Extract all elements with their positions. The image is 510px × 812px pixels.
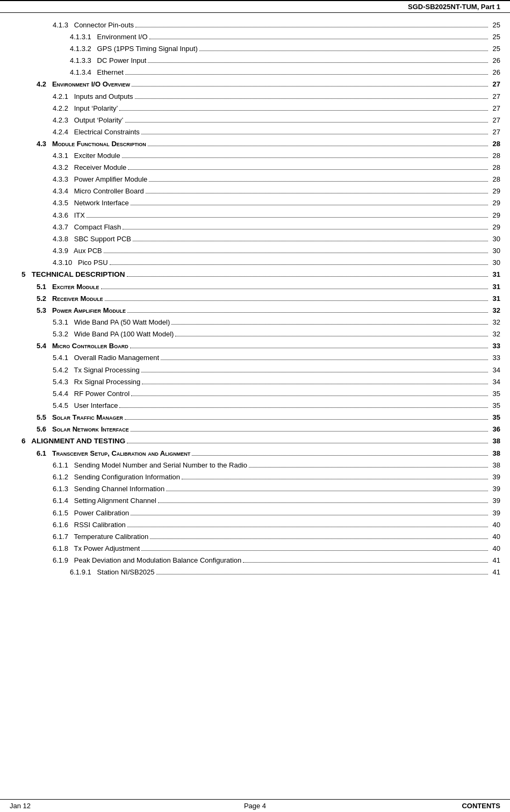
entry-label: 5.3.2 Wide Band PA (100 Watt Model) — [53, 328, 174, 340]
header-title: SGD-SB2025NT-TUM, Part 1 — [408, 3, 500, 11]
entry-label: 6.1 Transceiver Setup, Calibration and A… — [37, 448, 190, 459]
entry-label: 5.2 Receiver Module — [37, 293, 103, 305]
entry-text: Tx Power Adjustment — [74, 544, 140, 552]
entry-num: 6.1 — [37, 449, 52, 457]
toc-entry: 5.4.2 Tx Signal Processing34 — [21, 364, 500, 376]
toc-entry: 4.1.3.4 Ethernet26 — [21, 67, 500, 78]
page-container: SGD-SB2025NT-TUM, Part 1 4.1.3 Connector… — [0, 0, 510, 812]
entry-label: 4.2 Environment I/O Overview — [37, 78, 130, 90]
entry-dots — [135, 98, 488, 99]
entry-text: Wide Band PA (50 Watt Model) — [74, 318, 170, 326]
entry-num: 4.3 — [37, 140, 52, 148]
entry-label: 4.1.3.3 DC Power Input — [70, 55, 146, 67]
entry-num: 5.4 — [37, 342, 52, 350]
entry-label: 5.6 Solar Network Interface — [37, 423, 129, 435]
entry-num: 6.1.3 — [53, 485, 74, 493]
entry-dots — [87, 217, 488, 218]
entry-num: 4.2.1 — [53, 92, 74, 100]
entry-text: Sending Configuration Information — [74, 473, 180, 481]
entry-page: 39 — [490, 471, 500, 483]
entry-page: 38 — [490, 435, 500, 447]
entry-label: 4.3.7 Compact Flash — [53, 221, 121, 233]
toc-entry: 4.3.8 SBC Support PCB30 — [21, 233, 500, 245]
entry-text: Exciter Module — [74, 152, 120, 160]
entry-label: 5.4.2 Tx Signal Processing — [53, 364, 140, 376]
footer-date: Jan 12 — [10, 802, 173, 810]
entry-num: 5.4.3 — [53, 378, 74, 386]
entry-page: 26 — [490, 55, 500, 67]
entry-page: 31 — [490, 293, 500, 305]
entry-label: 4.3.9 Aux PCB — [53, 245, 102, 257]
entry-text: Power Amplifier Module — [52, 306, 126, 314]
entry-num: 4.3.6 — [53, 211, 74, 219]
entry-text: Micro Controller Board — [52, 342, 128, 350]
toc-entry: 6.1.8 Tx Power Adjustment40 — [21, 543, 500, 555]
entry-text: RSSI Calibration — [74, 521, 126, 529]
toc-entry: 6.1.2 Sending Configuration Information3… — [21, 471, 500, 483]
entry-dots — [127, 527, 488, 527]
entry-dots — [125, 74, 488, 75]
entry-num: 5.2 — [37, 294, 52, 303]
entry-num: 4.1.3.4 — [70, 68, 97, 76]
entry-dots — [135, 27, 488, 27]
entry-num: 5 — [21, 270, 32, 278]
entry-num: 4.3.4 — [53, 187, 74, 195]
entry-label: 5.4.5 User Interface — [53, 400, 118, 412]
entry-page: 39 — [490, 483, 500, 495]
toc-entry: 5.4 Micro Controller Board33 — [21, 340, 500, 352]
entry-text: Tx Signal Processing — [74, 366, 140, 374]
entry-dots — [123, 229, 488, 229]
entry-page: 40 — [490, 543, 500, 555]
entry-text: Solar Network Interface — [52, 425, 129, 433]
entry-page: 38 — [490, 448, 500, 459]
toc-entry: 6.1.9.1 Station NI/SB202541 — [21, 566, 500, 578]
entry-page: 29 — [490, 197, 500, 209]
entry-num: 6.1.4 — [53, 497, 74, 505]
entry-page: 27 — [490, 126, 500, 138]
toc-entry: 5.1 Exciter Module31 — [21, 281, 500, 293]
entry-text: Inputs and Outputs — [74, 92, 133, 100]
entry-dots — [141, 550, 488, 551]
entry-text: DC Power Input — [97, 56, 147, 64]
footer-page: Page 4 — [173, 802, 336, 810]
entry-label: 6.1.3 Sending Channel Information — [53, 483, 164, 495]
entry-dots — [175, 336, 488, 336]
entry-page: 40 — [490, 531, 500, 543]
entry-text: Environment I/O — [97, 33, 148, 41]
entry-dots — [149, 181, 488, 182]
entry-label: 6.1.8 Tx Power Adjustment — [53, 543, 140, 555]
entry-text: Aux PCB — [74, 247, 102, 255]
entry-dots — [131, 515, 488, 515]
entry-dots — [101, 289, 488, 289]
entry-text: Electrical Constraints — [74, 128, 140, 136]
entry-text: Power Amplifier Module — [74, 175, 148, 183]
entry-text: Peak Deviation and Modulation Balance Co… — [74, 556, 241, 564]
entry-page: 39 — [490, 495, 500, 507]
entry-text: Micro Controller Board — [74, 187, 144, 195]
toc-entry: 5.4.1 Overall Radio Management33 — [21, 352, 500, 364]
entry-text: Exciter Module — [52, 283, 99, 291]
entry-page: 33 — [490, 352, 500, 364]
entry-text: Compact Flash — [74, 223, 121, 231]
entry-num: 4.1.3.3 — [70, 56, 97, 64]
entry-label: 5.4 Micro Controller Board — [37, 340, 128, 352]
entry-dots — [182, 479, 488, 479]
entry-num: 5.3 — [37, 306, 52, 314]
entry-num: 6.1.6 — [53, 521, 74, 529]
entry-text: Output ‘Polarity’ — [74, 116, 124, 124]
entry-dots — [142, 384, 488, 384]
entry-label: 4.3.5 Network Interface — [53, 197, 129, 209]
entry-page: 28 — [490, 174, 500, 185]
entry-text: Technical Description — [32, 270, 125, 278]
toc-entry: 4.1.3.2 GPS (1PPS Timing Signal Input)25 — [21, 43, 500, 55]
entry-text: Sending Model Number and Serial Number t… — [74, 461, 247, 469]
entry-page: 41 — [490, 555, 500, 566]
entry-text: Alignment and Testing — [31, 437, 125, 445]
entry-dots — [132, 86, 488, 87]
toc-entry: 4.1.3 Connector Pin-outs25 — [21, 19, 500, 31]
toc-entry: 4.2.3 Output ‘Polarity’27 — [21, 114, 500, 126]
toc-entry: 4.2.1 Inputs and Outputs27 — [21, 91, 500, 103]
toc-entry: 4.3.5 Network Interface29 — [21, 197, 500, 209]
entry-label: 6.1.2 Sending Configuration Information — [53, 471, 180, 483]
entry-label: 4.2.1 Inputs and Outputs — [53, 91, 133, 103]
